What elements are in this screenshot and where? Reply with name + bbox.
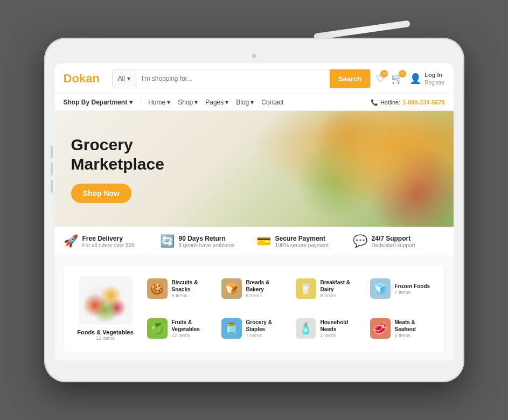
chevron-icon: ▾: [225, 99, 228, 106]
feature-payment-desc: 100% secure payment: [275, 242, 329, 248]
feature-return-desc: If goods have problems: [179, 242, 235, 248]
hero-title: Grocery Marketplace: [71, 135, 164, 174]
household-name: Household Needs: [321, 319, 361, 333]
breads-name: Breads & Bakery: [246, 279, 287, 293]
chevron-down-icon: ▾: [127, 75, 130, 82]
nav-home[interactable]: Home ▾: [148, 99, 170, 106]
feature-delivery-desc: For all oders over $99: [82, 242, 135, 248]
stylus-pencil: [314, 20, 410, 40]
logo[interactable]: Dokan: [64, 72, 107, 86]
category-breads[interactable]: 🍞 Breads & Bakery 6 Items: [219, 271, 289, 306]
wishlist-badge: 0: [380, 70, 388, 78]
search-bar: All ▾ Search: [112, 69, 371, 88]
feature-return: 🔄 90 Days Return If goods have problems: [160, 234, 252, 248]
nav-shop[interactable]: Shop ▾: [178, 99, 198, 106]
feature-return-text: 90 Days Return If goods have problems: [179, 235, 235, 248]
department-label: Shop By Department: [64, 99, 128, 106]
user-icon: 👤: [409, 73, 421, 85]
hero-content: Grocery Marketplace Shop Now: [71, 135, 164, 203]
cart-badge: 0: [399, 70, 406, 78]
feature-delivery-title: Free Delivery: [82, 235, 135, 242]
frozen-count: 7 Items: [395, 290, 430, 295]
feature-free-delivery: 🚀 Free Delivery For all oders over $99: [64, 234, 156, 248]
tablet-frame: Dokan All ▾ Search ♡ 0 🛒 0: [44, 38, 464, 382]
hero-food-image: [194, 111, 454, 227]
nav-contact[interactable]: Contact: [261, 99, 283, 106]
hero-title-line2: Marketplace: [71, 155, 164, 173]
search-button[interactable]: Search: [330, 69, 370, 88]
login-label: Log In: [425, 71, 444, 79]
chevron-down-icon: ▾: [129, 99, 133, 106]
hotline: 📞 Hotline: 1-800-234-5678: [371, 99, 445, 106]
payment-icon: 💳: [256, 234, 271, 248]
biscuits-icon: 🍪: [147, 278, 168, 299]
chevron-icon: ▾: [194, 99, 198, 106]
grocery-count: 7 Items: [246, 333, 287, 338]
featured-category-count: 12 Items: [96, 335, 115, 341]
search-input[interactable]: [136, 69, 330, 88]
search-category-label: All: [118, 75, 125, 82]
meats-count: 5 Items: [395, 333, 436, 338]
category-household[interactable]: 🧴 Household Needs 1 Items: [294, 311, 364, 346]
logo-highlight: D: [64, 72, 72, 86]
category-grocery[interactable]: 🫙 Grocery & Staples 7 Items: [219, 311, 289, 346]
feature-delivery-text: Free Delivery For all oders over $99: [82, 235, 135, 248]
chevron-icon: ▾: [250, 99, 254, 106]
shop-by-department[interactable]: Shop By Department ▾: [64, 99, 142, 106]
support-icon: 💬: [353, 234, 367, 248]
category-breakfast[interactable]: 🥛 Breakfast & Dairy 8 Items: [294, 271, 364, 306]
phone-icon: 📞: [371, 99, 378, 106]
breads-count: 6 Items: [246, 293, 287, 298]
hotline-number: 1-800-234-5678: [402, 99, 444, 106]
user-login-area[interactable]: 👤 Log In Register: [409, 71, 444, 86]
featured-category[interactable]: Foods & Vegetables 12 Items: [71, 271, 141, 346]
category-meats[interactable]: 🥩 Meats & Seafood 5 Items: [368, 311, 438, 346]
feature-support-text: 24/7 Support Dedicated support: [372, 235, 415, 248]
category-frozen[interactable]: 🧊 Frozen Foods 7 Items: [368, 271, 438, 306]
grocery-info: Grocery & Staples 7 Items: [246, 319, 287, 338]
feature-payment-text: Secure Payment 100% secure payment: [275, 235, 329, 248]
feature-support-desc: Dedicated support: [372, 242, 415, 248]
nav-blog[interactable]: Blog ▾: [236, 99, 254, 106]
header-icons: ♡ 0 🛒 0 👤 Log In Register: [376, 71, 444, 86]
tablet-screen: Dokan All ▾ Search ♡ 0 🛒 0: [55, 64, 454, 361]
tablet-side-buttons: [51, 145, 53, 193]
frozen-info: Frozen Foods 7 Items: [395, 283, 430, 295]
feature-support-title: 24/7 Support: [372, 235, 415, 242]
grocery-name: Grocery & Staples: [246, 319, 287, 333]
category-biscuits[interactable]: 🍪 Biscuits & Snacks 6 Items: [145, 271, 215, 306]
register-label: Register: [425, 79, 444, 86]
biscuits-name: Biscuits & Snacks: [172, 279, 213, 293]
featured-category-image: [79, 276, 133, 325]
feature-payment: 💳 Secure Payment 100% secure payment: [256, 234, 349, 248]
featured-category-name: Foods & Vegetables: [77, 329, 134, 335]
categories-section: Foods & Vegetables 12 Items 🍪 Biscuits &…: [55, 256, 454, 361]
biscuits-count: 6 Items: [172, 293, 213, 298]
breads-info: Breads & Bakery 6 Items: [246, 279, 287, 298]
shop-now-button[interactable]: Shop Now: [71, 184, 131, 203]
chevron-icon: ▾: [167, 99, 170, 106]
nav-links: Home ▾ Shop ▾ Pages ▾ Blog ▾ Contact: [148, 99, 371, 106]
rocket-icon: 🚀: [64, 234, 78, 248]
features-bar: 🚀 Free Delivery For all oders over $99 🔄…: [55, 227, 454, 256]
frozen-name: Frozen Foods: [395, 283, 430, 290]
fruits-info: Fruits & Vegetables 12 Items: [172, 319, 213, 338]
nav-pages[interactable]: Pages ▾: [205, 99, 228, 106]
categories-grid: Foods & Vegetables 12 Items 🍪 Biscuits &…: [64, 264, 445, 353]
breakfast-name: Breakfast & Dairy: [321, 279, 361, 293]
hero-title-line1: Grocery: [71, 136, 133, 153]
category-fruits[interactable]: 🍏 Fruits & Vegetables 12 Items: [145, 311, 215, 346]
feature-return-title: 90 Days Return: [179, 235, 235, 242]
search-category-select[interactable]: All ▾: [113, 69, 136, 88]
wishlist-button[interactable]: ♡ 0: [376, 73, 385, 85]
household-info: Household Needs 1 Items: [321, 319, 361, 338]
return-icon: 🔄: [160, 234, 175, 248]
tablet-camera: [252, 54, 256, 58]
household-count: 1 Items: [321, 333, 361, 338]
fruits-count: 12 Items: [172, 333, 213, 338]
logo-text: okan: [72, 72, 99, 86]
cart-button[interactable]: 🛒 0: [391, 73, 403, 85]
hero-banner: Grocery Marketplace Shop Now: [55, 111, 454, 227]
frozen-icon: 🧊: [370, 278, 391, 299]
household-icon: 🧴: [296, 318, 316, 339]
